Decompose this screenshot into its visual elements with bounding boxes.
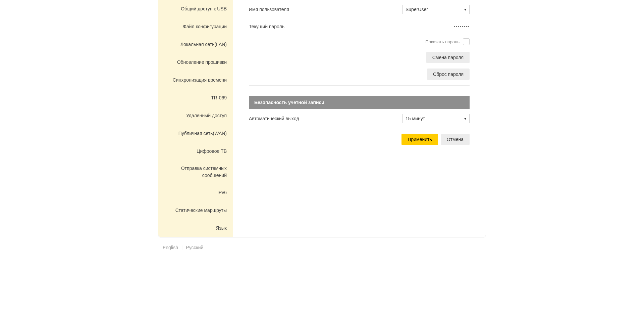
username-row: Имя пользователя SuperUser ▼	[249, 0, 470, 19]
content-area: Имя пользователя SuperUser ▼ Текущий пар…	[233, 0, 486, 237]
password-row: Текущий пароль ••••••••	[249, 19, 470, 34]
sidebar-item-usb[interactable]: Общий доступ к USB	[158, 0, 233, 18]
apply-button[interactable]: Применить	[401, 134, 438, 145]
auto-logout-row: Автоматический выход 15 минут ▼	[249, 109, 470, 128]
sidebar-item-config-file[interactable]: Файл конфигурации	[158, 18, 233, 36]
language-link-english[interactable]: English	[163, 245, 178, 250]
auto-logout-select[interactable]: 15 минут ▼	[402, 114, 470, 123]
username-label: Имя пользователя	[249, 7, 289, 12]
username-value: SuperUser	[406, 7, 428, 12]
sidebar-item-lan[interactable]: Локальная сеть(LAN)	[158, 36, 233, 53]
sidebar-item-syslog[interactable]: Отправка системных сообщений	[158, 160, 233, 184]
sidebar-item-digital-tv[interactable]: Цифровое ТВ	[158, 142, 233, 160]
show-password-row: Показать пароль	[249, 34, 470, 49]
sidebar-item-tr069[interactable]: TR-069	[158, 89, 233, 107]
language-link-russian[interactable]: Русский	[186, 245, 203, 250]
sidebar-item-firmware-update[interactable]: Обновление прошивки	[158, 53, 233, 71]
auto-logout-label: Автоматический выход	[249, 116, 299, 121]
show-password-checkbox[interactable]	[463, 38, 470, 45]
sidebar-item-wan[interactable]: Публичная сеть(WAN)	[158, 125, 233, 142]
action-buttons: Применить Отмена	[249, 128, 470, 145]
reset-password-button[interactable]: Сброс пароля	[427, 69, 470, 80]
security-section-header: Безопасность учетной записи	[249, 96, 470, 109]
sidebar-item-static-routes[interactable]: Статические маршруты	[158, 201, 233, 219]
auto-logout-value: 15 минут	[406, 116, 425, 121]
footer: English | Русский	[158, 242, 486, 253]
cancel-button[interactable]: Отмена	[441, 134, 470, 145]
sidebar: Общий доступ к USB Файл конфигурации Лок…	[158, 0, 233, 237]
show-password-label: Показать пароль	[425, 39, 460, 44]
sidebar-item-ipv6[interactable]: IPv6	[158, 184, 233, 201]
sidebar-item-remote-access[interactable]: Удаленный доступ	[158, 107, 233, 125]
sidebar-item-time-sync[interactable]: Синхронизация времени	[158, 71, 233, 89]
password-label: Текущий пароль	[249, 24, 284, 29]
username-select[interactable]: SuperUser ▼	[402, 5, 470, 14]
change-password-button[interactable]: Смена пароля	[426, 52, 470, 63]
footer-separator: |	[181, 245, 183, 250]
password-value: ••••••••	[454, 24, 470, 29]
sidebar-item-language[interactable]: Язык	[158, 219, 233, 237]
